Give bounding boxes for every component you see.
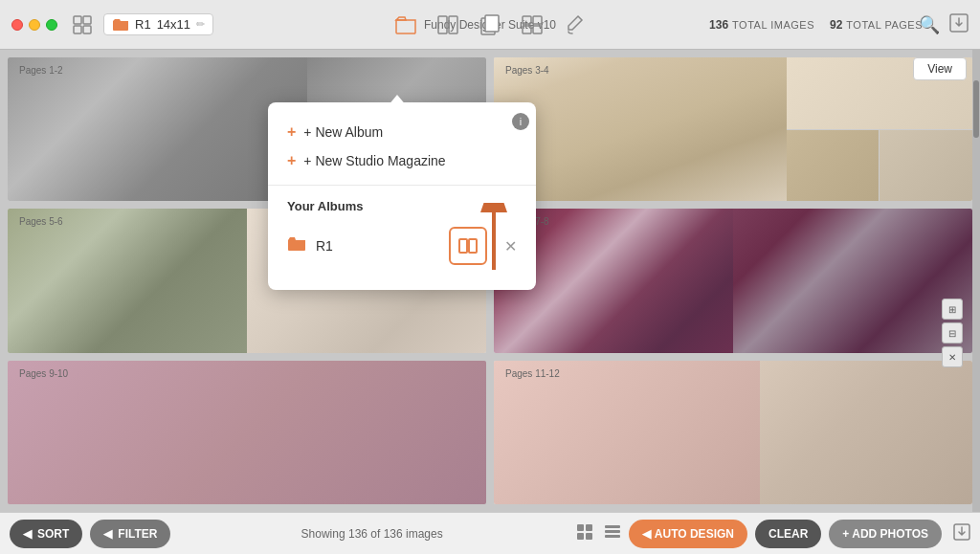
page-label-1-2: Pages 1-2 — [13, 61, 69, 79]
svg-rect-2 — [74, 26, 81, 33]
svg-rect-14 — [469, 239, 477, 253]
page-label-5-6: Pages 5-6 — [13, 212, 69, 231]
showing-text: Showing 136 of 136 images — [178, 527, 565, 541]
copy-icon[interactable] — [478, 12, 502, 37]
sort-arrow: ◀ — [23, 527, 32, 541]
svg-rect-11 — [533, 26, 542, 33]
top-toolbar — [393, 12, 587, 37]
album-folder-icon — [287, 236, 306, 255]
filter-arrow: ◀ — [103, 527, 112, 541]
bottom-right-icons — [577, 524, 621, 543]
filter-label: FILTER — [118, 527, 157, 541]
svg-rect-13 — [459, 239, 467, 253]
filter-button[interactable]: ◀ FILTER — [90, 520, 170, 548]
plus-icon-album: + — [287, 123, 296, 141]
dropdown-menu: + + New Album + + New Studio Magazine Yo… — [268, 102, 536, 290]
page-label-9-10: Pages 9-10 — [13, 365, 74, 383]
svg-rect-23 — [605, 535, 620, 538]
svg-rect-1 — [83, 16, 91, 24]
album-name-r1: R1 — [316, 238, 439, 254]
page-layout-icon[interactable] — [435, 12, 460, 37]
new-album-label: + New Album — [303, 124, 383, 140]
page-group-11-12[interactable]: Pages 11-12 — [494, 361, 972, 504]
svg-rect-18 — [586, 524, 592, 531]
grid-icon[interactable] — [520, 12, 545, 37]
svg-rect-19 — [577, 533, 584, 540]
svg-rect-5 — [449, 16, 457, 33]
svg-rect-20 — [586, 533, 592, 540]
album-close-button[interactable]: ✕ — [504, 237, 517, 255]
export-icon[interactable] — [949, 13, 969, 37]
new-album-item[interactable]: + + New Album — [268, 118, 536, 146]
album-label[interactable]: R1 14x11 ✏ — [103, 13, 213, 35]
clear-button[interactable]: CLEAR — [755, 520, 821, 548]
close-button[interactable] — [11, 19, 23, 31]
svg-rect-9 — [533, 16, 542, 24]
svg-rect-3 — [83, 26, 91, 33]
plus-icon-magazine: + — [287, 152, 296, 169]
svg-rect-7 — [485, 15, 499, 32]
main-area: Pages 1-2 Pages 3-4 Pages 5-6 — [0, 50, 980, 512]
search-icon[interactable]: 🔍 — [919, 14, 940, 35]
traffic-lights — [11, 19, 57, 31]
page-label-3-4: Pages 3-4 — [500, 61, 555, 79]
bottom-bar: ◀ SORT ◀ FILTER Showing 136 of 136 image… — [0, 512, 980, 554]
new-studio-magazine-item[interactable]: + + New Studio Magazine — [268, 146, 536, 175]
svg-rect-21 — [605, 525, 620, 528]
maximize-button[interactable] — [46, 19, 57, 31]
page-group-3-4[interactable]: Pages 3-4 — [494, 57, 972, 201]
right-icons: 🔍 — [919, 0, 969, 50]
svg-rect-8 — [523, 16, 531, 24]
nav-icon-left[interactable] — [69, 11, 96, 38]
svg-rect-22 — [605, 530, 620, 533]
add-photos-button[interactable]: + ADD PHOTOS — [829, 520, 942, 548]
export-bottom-icon[interactable] — [953, 523, 970, 544]
grid-tool-btn[interactable]: ⊞ — [942, 299, 963, 320]
scroll-thumb[interactable] — [973, 80, 979, 138]
sort-button[interactable]: ◀ SORT — [10, 520, 82, 548]
layout-tool-btn[interactable]: ⊟ — [942, 322, 963, 343]
svg-rect-17 — [577, 524, 584, 531]
auto-design-label: AUTO DESIGN — [655, 527, 734, 541]
total-images-count: 136 — [709, 18, 728, 32]
layers-bottom-icon[interactable] — [604, 524, 621, 543]
album-toolbar-icon[interactable] — [393, 12, 418, 37]
edit-icon: ✏ — [196, 18, 205, 31]
minimize-button[interactable] — [29, 19, 40, 31]
sort-label: SORT — [37, 527, 69, 541]
total-images-stat: 136 TOTAL IMAGES — [709, 18, 814, 32]
grid-bottom-icon[interactable] — [577, 524, 594, 543]
page-group-7-8[interactable]: Pages 7-8 — [494, 209, 972, 352]
new-studio-magazine-label: + New Studio Magazine — [303, 153, 445, 168]
scrollbar[interactable] — [972, 50, 980, 512]
side-tools: ⊞ ⊟ ✕ — [942, 299, 963, 367]
auto-design-button[interactable]: ◀ AUTO DESIGN — [629, 520, 747, 548]
album-name-label: R1 — [135, 17, 151, 32]
auto-design-arrow: ◀ — [642, 527, 651, 541]
view-button[interactable]: View — [913, 57, 967, 80]
total-pages-label: TOTAL PAGES — [846, 19, 923, 31]
svg-rect-4 — [438, 16, 447, 33]
album-row-r1[interactable]: R1 ✕ — [268, 221, 536, 271]
dropdown-divider — [268, 185, 536, 186]
close-tool-btn[interactable]: ✕ — [942, 346, 963, 367]
total-images-label: TOTAL IMAGES — [732, 19, 814, 31]
stats-right: 136 TOTAL IMAGES 92 TOTAL PAGES — [709, 0, 923, 50]
titlebar: R1 14x11 ✏ Fundy Designer Suite v10 — [0, 0, 980, 50]
your-albums-heading: Your Albums — [268, 195, 536, 221]
svg-rect-0 — [74, 16, 81, 24]
album-open-button[interactable] — [449, 227, 487, 265]
svg-rect-10 — [523, 26, 531, 33]
brush-icon[interactable] — [562, 12, 587, 37]
total-pages-stat: 92 TOTAL PAGES — [830, 18, 923, 32]
page-group-9-10[interactable]: Pages 9-10 — [8, 361, 486, 504]
album-size-label: 14x11 — [157, 17, 190, 32]
total-pages-count: 92 — [830, 18, 842, 32]
add-photos-label: + ADD PHOTOS — [842, 527, 928, 541]
page-label-11-12: Pages 11-12 — [500, 365, 566, 383]
